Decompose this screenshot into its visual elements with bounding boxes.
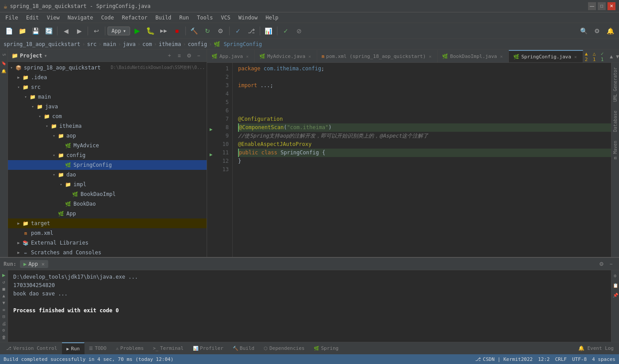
toolbar-sync-button[interactable]: 🔄 <box>42 25 55 37</box>
project-minimize-button[interactable]: − <box>194 51 203 60</box>
toolbar-search-button[interactable]: 🔍 <box>577 25 590 37</box>
toolbar-commit-button[interactable]: ✓ <box>232 25 244 37</box>
bottom-tab-profiler[interactable]: 📊 Profiler <box>188 342 228 355</box>
print-icon[interactable]: 🖨 <box>0 320 8 326</box>
breadcrumb-config[interactable]: config <box>188 41 207 47</box>
toolbar-stop-button[interactable]: ■ <box>171 25 183 37</box>
toolbar-more-run[interactable]: ▶▶ <box>158 25 170 37</box>
project-settings-button[interactable]: ⚙ <box>185 51 193 60</box>
menu-view[interactable]: View <box>43 14 63 22</box>
run-tab-close[interactable]: ✕ <box>42 261 45 267</box>
menu-window[interactable]: Window <box>235 14 261 22</box>
menu-code[interactable]: Code <box>98 14 118 22</box>
run-button[interactable]: ▶ <box>131 25 143 37</box>
b-right-icon-1[interactable]: ⚙ <box>612 272 619 279</box>
toolbar-settings-button[interactable]: ⚙ <box>591 25 603 37</box>
tree-item-scratches[interactable]: ▶ ✏ Scratches and Consoles <box>8 248 207 257</box>
gutter-run-icon-11[interactable]: ▶ <box>210 152 213 157</box>
database-label[interactable]: Database <box>612 108 618 134</box>
tree-item-root[interactable]: ▾ 📦 spring_18_aop_quickstart D:\BaiduNet… <box>8 63 207 73</box>
left-icon-notification[interactable]: 🔔 <box>0 67 8 74</box>
toolbar-reload-button[interactable]: ↻ <box>201 25 214 37</box>
menu-file[interactable]: File <box>2 14 22 22</box>
tab-myadvice[interactable]: 🌿 MyAdvice.java ✕ <box>255 50 317 62</box>
tree-item-config[interactable]: ▾ 📁 config <box>8 150 207 160</box>
tab-bookdaoimpl[interactable]: 🌿 BookDaoImpl.java ✕ <box>438 50 509 62</box>
tree-item-src[interactable]: ▾ 📁 src <box>8 82 207 92</box>
toolbar-build-button[interactable]: 🔨 <box>188 25 200 37</box>
tab-close-myadvice[interactable]: ✕ <box>307 54 312 59</box>
tree-item-app[interactable]: 🌿 App <box>8 209 207 218</box>
menu-refactor[interactable]: Refactor <box>118 14 151 22</box>
settings2-icon[interactable]: ⚙ <box>0 327 8 333</box>
tab-close-springconfig[interactable]: ✕ <box>573 54 578 59</box>
status-indent[interactable]: 4 spaces <box>592 356 615 362</box>
tree-item-myadvice[interactable]: 🌿 MyAdvice <box>8 141 207 150</box>
trash-icon[interactable]: 🗑 <box>0 334 8 341</box>
tree-item-extlibs[interactable]: ▶ 📚 External Libraries <box>8 238 207 248</box>
toolbar-undo-button[interactable]: ↩ <box>90 25 103 37</box>
debug-button[interactable]: 🐛 <box>144 25 157 37</box>
left-icon-structure[interactable]: S <box>0 51 8 58</box>
bottom-minimize-button[interactable]: − <box>607 260 615 268</box>
tab-close-bookdao[interactable]: ✕ <box>499 54 504 59</box>
toolbar-git-button[interactable]: ⎇ <box>245 25 258 37</box>
menu-build[interactable]: Build <box>152 14 175 22</box>
event-log-indicator[interactable]: 🔔 Event Log <box>575 345 617 351</box>
status-git[interactable]: ⎇ CSDN | Kermit2022 <box>475 356 533 362</box>
tree-item-aop[interactable]: ▾ 📁 aop <box>8 131 207 141</box>
breadcrumb-main[interactable]: main <box>104 41 116 47</box>
status-position[interactable]: 12:2 <box>538 356 550 362</box>
menu-tools[interactable]: Tools <box>193 14 216 22</box>
tree-item-springconfig[interactable]: 🌿 SpringConfig <box>8 160 207 170</box>
bottom-tab-run[interactable]: ▶ Run <box>62 342 85 355</box>
breadcrumb-java[interactable]: java <box>123 41 136 47</box>
title-bar-controls[interactable]: — □ ✕ <box>588 2 615 10</box>
tree-item-com[interactable]: ▾ 📁 com <box>8 111 207 121</box>
menu-vcs[interactable]: VCS <box>217 14 234 22</box>
toolbar-success-icon[interactable]: ✓ <box>280 25 292 37</box>
maven-label[interactable]: m Maven <box>612 138 618 162</box>
code-content[interactable]: package com.itheima.config; import ...; … <box>233 63 611 257</box>
menu-navigate[interactable]: Navigate <box>64 14 97 22</box>
tree-item-target[interactable]: ▶ 📁 target <box>8 218 207 228</box>
status-charset[interactable]: UTF-8 <box>572 356 587 362</box>
breadcrumb-com[interactable]: com <box>142 41 152 47</box>
tree-item-idea[interactable]: ▶ 📁 .idea <box>8 73 207 82</box>
tree-item-bookdao[interactable]: 🌿 BookDao <box>8 199 207 209</box>
breadcrumb-itheima[interactable]: itheima <box>159 41 181 47</box>
menu-help[interactable]: Help <box>262 14 282 22</box>
bottom-tab-spring[interactable]: 🌿 Spring <box>309 342 343 355</box>
toolbar-profile-button[interactable]: 📊 <box>262 25 275 37</box>
close-button[interactable]: ✕ <box>607 2 615 10</box>
toolbar-run-config[interactable]: ⚙ <box>215 25 227 37</box>
maximize-button[interactable]: □ <box>598 2 606 10</box>
bottom-tab-build[interactable]: 🔨 Build <box>228 342 259 355</box>
b-right-icon-3[interactable]: 📌 <box>612 291 619 299</box>
toolbar-new-button[interactable]: 📄 <box>3 25 15 37</box>
tree-item-pomxml[interactable]: m pom.xml <box>8 228 207 238</box>
tree-item-bookdaoimpl[interactable]: 🌿 BookDaoImpl <box>8 189 207 199</box>
toolbar-notifications-button[interactable]: 🔔 <box>604 25 616 37</box>
tree-item-dao[interactable]: ▾ 📁 dao <box>8 170 207 180</box>
tab-close-pom[interactable]: ✕ <box>427 54 433 59</box>
bottom-settings-button[interactable]: ⚙ <box>597 260 606 268</box>
scroll-down-icon[interactable]: ▼ <box>0 300 8 306</box>
toolbar-stop-circle[interactable]: ⊘ <box>293 25 305 37</box>
status-encoding[interactable]: CRLF <box>555 356 567 362</box>
tree-item-java[interactable]: ▾ 📁 java <box>8 102 207 111</box>
filter-icon[interactable]: ⊟ <box>0 314 8 320</box>
tree-item-impl[interactable]: ▾ 📁 impl <box>8 180 207 189</box>
layout-icon[interactable]: ≡ <box>0 307 8 313</box>
app-selector[interactable]: App ▾ <box>108 27 130 35</box>
tree-item-main[interactable]: ▾ 📁 main <box>8 92 207 102</box>
status-build-result[interactable]: Build completed successfully in 4 sec, 7… <box>4 356 173 362</box>
bottom-tab-dependencies[interactable]: ⬡ Dependencies <box>259 342 309 355</box>
tab-pomxml[interactable]: m pom.xml (spring_18_aop_quickstart) ✕ <box>317 50 438 62</box>
project-layout-button[interactable]: ≡ <box>175 51 184 60</box>
project-add-button[interactable]: ＋ <box>165 51 174 60</box>
tree-item-itheima[interactable]: ▾ 📁 itheima <box>8 121 207 131</box>
editor-tabs-up[interactable]: ▲ <box>609 52 614 61</box>
bottom-tab-problems[interactable]: ⚠ Problems <box>111 342 149 355</box>
tab-close-app[interactable]: ✕ <box>245 54 250 59</box>
